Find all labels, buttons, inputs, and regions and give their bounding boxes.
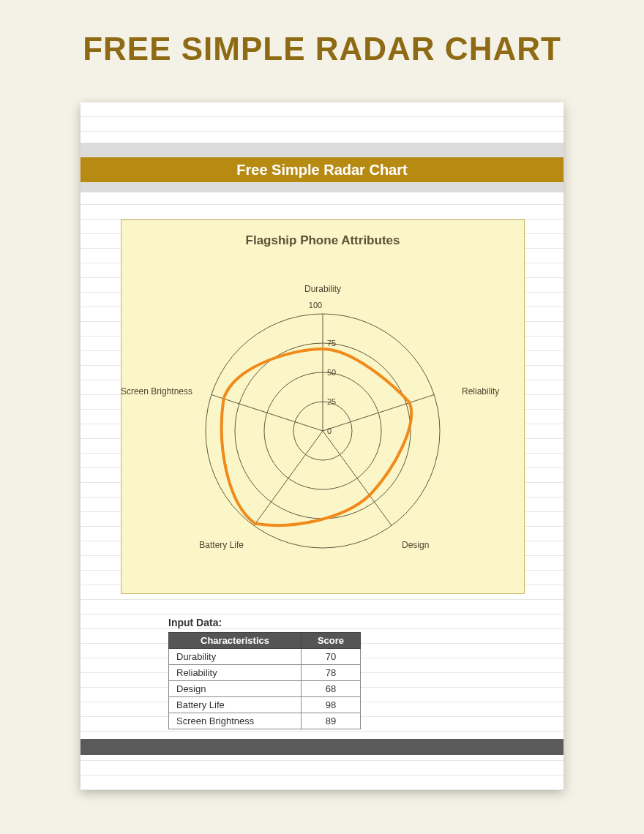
cell-char: Screen Brightness: [169, 713, 302, 729]
tick-0: 0: [327, 427, 332, 435]
table-row: Durability 70: [169, 649, 361, 665]
svg-line-5: [323, 395, 434, 431]
cell-score: 70: [302, 649, 361, 665]
cell-char: Battery Life: [169, 697, 302, 713]
table-row: Reliability 78: [169, 665, 361, 681]
below-gray-bar: [80, 182, 564, 192]
input-data-table: Characteristics Score Durability 70 Reli…: [168, 632, 361, 729]
axis-screen-brightness: Screen Brightness: [121, 386, 192, 397]
cell-char: Reliability: [169, 665, 302, 681]
chart-title: Flagship Phone Attributes: [121, 220, 524, 248]
axis-design: Design: [402, 540, 429, 550]
cell-score: 78: [302, 665, 361, 681]
spreadsheet-frame: Free Simple Radar Chart Flagship Phone A…: [80, 102, 564, 790]
tick-50: 50: [327, 368, 336, 377]
sheet-title-bar: Free Simple Radar Chart: [80, 157, 564, 182]
sheet-title-text: Free Simple Radar Chart: [236, 162, 407, 179]
cell-score: 98: [302, 697, 361, 713]
radar-series: [222, 349, 411, 525]
svg-line-8: [211, 395, 323, 431]
tick-100: 100: [309, 301, 322, 309]
col-score: Score: [302, 633, 361, 649]
cell-char: Design: [169, 681, 302, 697]
tick-25: 25: [327, 397, 336, 406]
axis-durability: Durability: [304, 284, 341, 294]
cell-char: Durability: [169, 649, 302, 665]
col-characteristics: Characteristics: [169, 633, 302, 649]
input-data-label: Input Data:: [168, 617, 222, 628]
top-gray-bar: [80, 143, 564, 157]
axis-reliability: Reliability: [462, 386, 499, 397]
footer-bar: [80, 739, 564, 755]
table-row: Screen Brightness 89: [169, 713, 361, 729]
table-row: Design 68: [169, 681, 361, 697]
chart-panel: Flagship Phone Attributes 0 25 50 75 10: [121, 219, 525, 594]
cell-score: 89: [302, 713, 361, 729]
cell-score: 68: [302, 681, 361, 697]
tick-75: 75: [327, 339, 336, 348]
axis-battery-life: Battery Life: [199, 540, 244, 550]
page-title: FREE SIMPLE RADAR CHART: [0, 0, 644, 67]
table-row: Battery Life 98: [169, 697, 361, 713]
radar-chart: 0 25 50 75 100 Durability Reliability De…: [121, 248, 524, 592]
